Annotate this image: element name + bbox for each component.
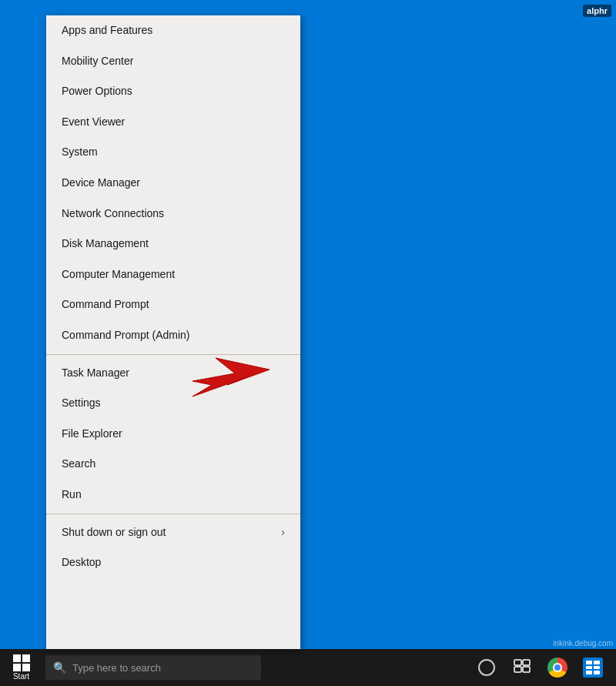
cortana-button[interactable] [473,654,500,681]
menu-item-power-options[interactable]: Power Options [46,76,300,107]
menu-separator [46,354,300,355]
menu-item-device-manager[interactable]: Device Manager [46,168,300,199]
menu-item-mobility-center[interactable]: Mobility Center [46,46,300,77]
menu-item-label-command-prompt-admin: Command Prompt (Admin) [62,329,190,341]
menu-item-label-power-options: Power Options [62,85,132,97]
chrome-button[interactable] [544,654,571,681]
menu-item-label-run: Run [62,488,82,500]
brand-badge: alphr [583,5,611,17]
menu-item-label-disk-management: Disk Management [62,237,149,249]
menu-item-label-network-connections: Network Connections [62,207,164,219]
task-view-button[interactable] [508,654,536,681]
menu-item-label-device-manager: Device Manager [62,176,140,189]
menu-item-settings[interactable]: Settings [46,388,300,419]
context-menu: Apps and FeaturesMobility CenterPower Op… [46,15,300,649]
menu-item-network-connections[interactable]: Network Connections [46,199,300,229]
desktop: alphr Apps and FeaturesMobility CenterPo… [0,0,616,686]
menu-item-label-apps-features: Apps and Features [62,24,152,36]
svg-rect-2 [523,660,530,665]
menu-item-system[interactable]: System [46,137,300,168]
menu-item-label-file-explorer: File Explorer [62,427,122,440]
menu-item-label-search: Search [62,457,95,470]
menu-item-disk-management[interactable]: Disk Management [46,229,300,259]
svg-rect-1 [514,660,521,665]
windows-logo-icon [13,654,30,671]
menu-item-desktop[interactable]: Desktop [46,547,300,578]
menu-item-computer-management[interactable]: Computer Management [46,259,300,290]
menu-item-run[interactable]: Run [46,480,300,510]
menu-item-event-viewer[interactable]: Event Viewer [46,107,300,138]
menu-item-label-command-prompt: Command Prompt [62,298,149,310]
menu-item-shut-down-sign-out[interactable]: Shut down or sign out› [46,517,300,548]
svg-rect-4 [523,667,530,672]
menu-item-command-prompt-admin[interactable]: Command Prompt (Admin) [46,320,300,351]
start-label: Start [13,672,29,681]
menu-item-search[interactable]: Search [46,449,300,480]
menu-item-command-prompt[interactable]: Command Prompt [46,289,300,320]
menu-item-task-manager[interactable]: Task Manager [46,358,300,389]
svg-rect-3 [514,667,521,672]
taskbar: Start 🔍 Type here to search [0,649,616,686]
menu-item-label-shut-down-sign-out: Shut down or sign out [62,525,166,540]
chrome-icon [547,658,567,678]
search-icon: 🔍 [53,661,66,674]
menu-item-label-desktop: Desktop [62,556,101,568]
taskbar-right [473,649,616,686]
debug-watermark: inkink.debug.com [550,637,616,649]
menu-item-apps-features[interactable]: Apps and Features [46,15,300,46]
menu-item-arrow-shut-down-sign-out: › [281,525,285,540]
search-placeholder-text: Type here to search [72,662,161,674]
cortana-circle-icon [478,659,495,676]
menu-item-label-settings: Settings [62,397,101,409]
calculator-button[interactable] [579,654,607,681]
task-view-icon [514,659,531,676]
menu-item-label-system: System [62,146,98,158]
menu-item-label-mobility-center: Mobility Center [62,55,133,67]
start-button[interactable]: Start [0,649,42,686]
calculator-icon [583,658,603,678]
menu-item-label-event-viewer: Event Viewer [62,115,125,128]
menu-item-label-computer-management: Computer Management [62,268,175,280]
menu-item-label-task-manager: Task Manager [62,366,129,379]
menu-separator [46,514,300,514]
taskbar-search[interactable]: 🔍 Type here to search [45,655,261,680]
menu-item-file-explorer[interactable]: File Explorer [46,419,300,450]
